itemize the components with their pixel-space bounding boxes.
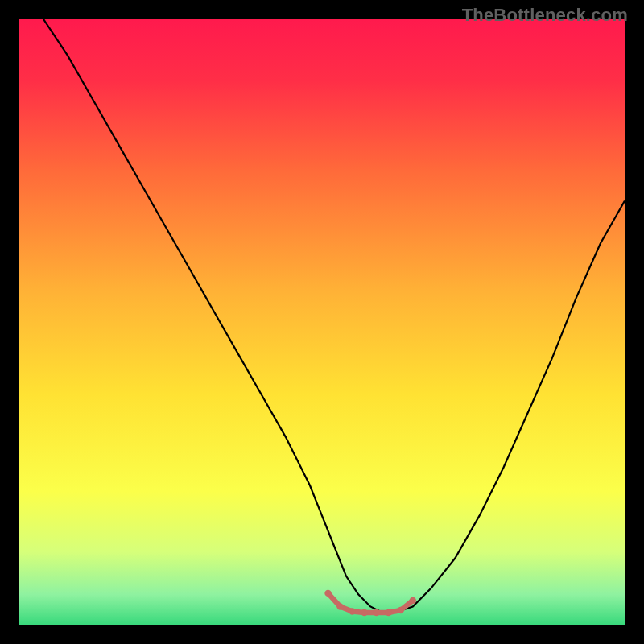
optimal-band-dots: [386, 609, 392, 616]
attribution-label: TheBottleneck.com: [462, 5, 628, 26]
optimal-band-dots: [324, 590, 331, 597]
optimal-band-dots: [410, 597, 416, 604]
gradient-background: [19, 19, 625, 625]
chart-svg: [19, 19, 625, 625]
optimal-band-dots: [349, 608, 355, 614]
chart-frame: TheBottleneck.com: [0, 0, 644, 644]
plot-area: [19, 19, 625, 625]
optimal-band-dots: [373, 609, 379, 616]
optimal-band-dots: [336, 603, 343, 609]
optimal-band-dots: [398, 607, 404, 613]
optimal-band-dots: [361, 609, 367, 616]
